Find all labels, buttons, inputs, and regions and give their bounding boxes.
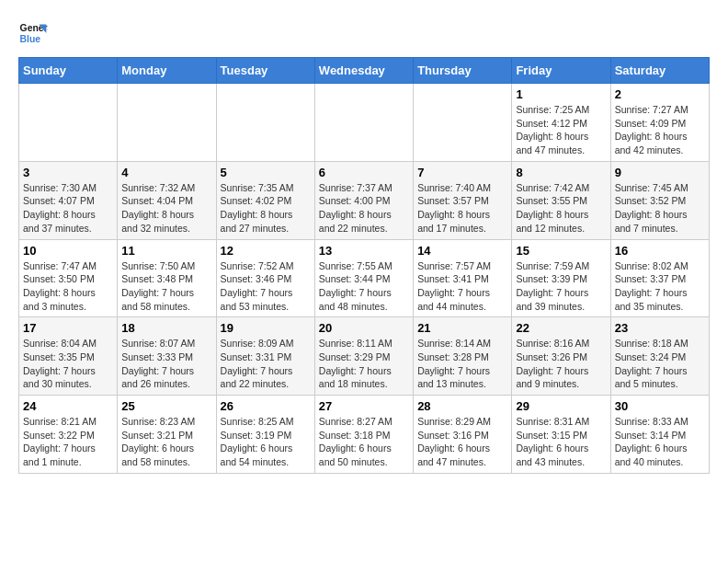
calendar-cell: 6Sunrise: 7:37 AM Sunset: 4:00 PM Daylig… [314,161,413,239]
calendar-cell: 22Sunrise: 8:16 AM Sunset: 3:26 PM Dayli… [512,317,610,396]
day-number: 29 [516,399,606,413]
day-info: Sunrise: 7:45 AM Sunset: 3:52 PM Dayligh… [615,181,705,236]
day-info: Sunrise: 8:04 AM Sunset: 3:35 PM Dayligh… [23,337,113,391]
calendar-cell: 24Sunrise: 8:21 AM Sunset: 3:22 PM Dayli… [19,396,118,474]
calendar-cell: 21Sunrise: 8:14 AM Sunset: 3:28 PM Dayli… [414,317,512,396]
calendar-cell: 16Sunrise: 8:02 AM Sunset: 3:37 PM Dayli… [610,239,709,317]
day-number: 8 [516,166,606,179]
calendar-cell: 4Sunrise: 7:32 AM Sunset: 4:04 PM Daylig… [118,161,216,239]
day-number: 21 [417,321,507,335]
day-info: Sunrise: 8:21 AM Sunset: 3:22 PM Dayligh… [23,415,113,469]
day-number: 27 [319,399,409,413]
calendar-cell [19,84,118,162]
calendar-cell: 13Sunrise: 7:55 AM Sunset: 3:44 PM Dayli… [314,239,413,317]
calendar-cell [118,84,216,162]
logo-icon: General Blue [18,18,48,48]
calendar-cell: 2Sunrise: 7:27 AM Sunset: 4:09 PM Daylig… [610,84,709,162]
calendar-cell: 18Sunrise: 8:07 AM Sunset: 3:33 PM Dayli… [118,317,216,396]
day-info: Sunrise: 7:50 AM Sunset: 3:48 PM Dayligh… [121,259,211,314]
day-number: 7 [417,166,507,179]
logo: General Blue [18,18,55,48]
day-number: 25 [121,399,211,413]
day-info: Sunrise: 8:14 AM Sunset: 3:28 PM Dayligh… [417,337,507,391]
day-number: 30 [615,399,705,413]
day-info: Sunrise: 7:47 AM Sunset: 3:50 PM Dayligh… [23,259,113,314]
day-info: Sunrise: 7:35 AM Sunset: 4:02 PM Dayligh… [221,181,311,236]
day-info: Sunrise: 8:16 AM Sunset: 3:26 PM Dayligh… [516,337,606,391]
weekday-header-saturday: Saturday [610,58,709,84]
calendar-cell: 20Sunrise: 8:11 AM Sunset: 3:29 PM Dayli… [314,317,413,396]
svg-text:Blue: Blue [20,34,41,44]
day-number: 26 [221,399,311,413]
day-info: Sunrise: 8:18 AM Sunset: 3:24 PM Dayligh… [615,337,705,391]
calendar-cell: 10Sunrise: 7:47 AM Sunset: 3:50 PM Dayli… [19,239,118,317]
calendar-cell [414,84,512,162]
day-number: 15 [516,244,606,258]
calendar-table: SundayMondayTuesdayWednesdayThursdayFrid… [18,57,710,474]
calendar-cell: 9Sunrise: 7:45 AM Sunset: 3:52 PM Daylig… [610,161,709,239]
calendar-week-4: 17Sunrise: 8:04 AM Sunset: 3:35 PM Dayli… [19,317,710,396]
day-number: 23 [615,321,705,335]
calendar-cell: 12Sunrise: 7:52 AM Sunset: 3:46 PM Dayli… [216,239,314,317]
day-number: 16 [615,244,705,258]
day-number: 28 [417,399,507,413]
day-info: Sunrise: 7:42 AM Sunset: 3:55 PM Dayligh… [516,181,606,236]
calendar-cell: 27Sunrise: 8:27 AM Sunset: 3:18 PM Dayli… [314,396,413,474]
day-info: Sunrise: 7:25 AM Sunset: 4:12 PM Dayligh… [516,103,606,157]
day-info: Sunrise: 7:52 AM Sunset: 3:46 PM Dayligh… [221,259,311,314]
calendar-cell [314,84,413,162]
day-number: 11 [121,244,211,258]
calendar-cell: 1Sunrise: 7:25 AM Sunset: 4:12 PM Daylig… [512,84,610,162]
day-info: Sunrise: 7:30 AM Sunset: 4:07 PM Dayligh… [23,181,113,236]
day-number: 1 [516,87,606,101]
calendar-cell: 26Sunrise: 8:25 AM Sunset: 3:19 PM Dayli… [216,396,314,474]
calendar-cell: 5Sunrise: 7:35 AM Sunset: 4:02 PM Daylig… [216,161,314,239]
day-number: 18 [121,321,211,335]
calendar-cell: 25Sunrise: 8:23 AM Sunset: 3:21 PM Dayli… [118,396,216,474]
day-number: 24 [23,399,113,413]
calendar-week-1: 1Sunrise: 7:25 AM Sunset: 4:12 PM Daylig… [19,84,710,162]
day-number: 3 [23,166,113,179]
calendar-week-2: 3Sunrise: 7:30 AM Sunset: 4:07 PM Daylig… [19,161,710,239]
weekday-header-monday: Monday [118,58,216,84]
calendar-header-row: SundayMondayTuesdayWednesdayThursdayFrid… [19,58,710,84]
day-number: 2 [615,87,705,101]
day-info: Sunrise: 8:23 AM Sunset: 3:21 PM Dayligh… [121,415,211,469]
day-info: Sunrise: 8:02 AM Sunset: 3:37 PM Dayligh… [615,259,705,314]
day-number: 17 [23,321,113,335]
calendar-cell: 29Sunrise: 8:31 AM Sunset: 3:15 PM Dayli… [512,396,610,474]
day-info: Sunrise: 8:33 AM Sunset: 3:14 PM Dayligh… [615,415,705,469]
calendar-cell: 14Sunrise: 7:57 AM Sunset: 3:41 PM Dayli… [414,239,512,317]
calendar-cell: 3Sunrise: 7:30 AM Sunset: 4:07 PM Daylig… [19,161,118,239]
weekday-header-thursday: Thursday [414,58,512,84]
calendar-cell: 7Sunrise: 7:40 AM Sunset: 3:57 PM Daylig… [414,161,512,239]
day-info: Sunrise: 7:32 AM Sunset: 4:04 PM Dayligh… [121,181,211,236]
day-info: Sunrise: 8:29 AM Sunset: 3:16 PM Dayligh… [417,415,507,469]
day-info: Sunrise: 8:25 AM Sunset: 3:19 PM Dayligh… [221,415,311,469]
weekday-header-friday: Friday [512,58,610,84]
day-info: Sunrise: 8:07 AM Sunset: 3:33 PM Dayligh… [121,337,211,391]
calendar-cell: 23Sunrise: 8:18 AM Sunset: 3:24 PM Dayli… [610,317,709,396]
day-info: Sunrise: 8:11 AM Sunset: 3:29 PM Dayligh… [319,337,409,391]
day-number: 22 [516,321,606,335]
calendar-cell: 8Sunrise: 7:42 AM Sunset: 3:55 PM Daylig… [512,161,610,239]
day-number: 10 [23,244,113,258]
day-number: 9 [615,166,705,179]
calendar-cell [216,84,314,162]
day-info: Sunrise: 7:27 AM Sunset: 4:09 PM Dayligh… [615,103,705,157]
day-info: Sunrise: 7:57 AM Sunset: 3:41 PM Dayligh… [417,259,507,314]
day-number: 12 [221,244,311,258]
day-info: Sunrise: 7:40 AM Sunset: 3:57 PM Dayligh… [417,181,507,236]
day-number: 19 [221,321,311,335]
calendar-cell: 17Sunrise: 8:04 AM Sunset: 3:35 PM Dayli… [19,317,118,396]
calendar-cell: 15Sunrise: 7:59 AM Sunset: 3:39 PM Dayli… [512,239,610,317]
day-info: Sunrise: 7:37 AM Sunset: 4:00 PM Dayligh… [319,181,409,236]
calendar-week-5: 24Sunrise: 8:21 AM Sunset: 3:22 PM Dayli… [19,396,710,474]
day-number: 4 [121,166,211,179]
day-number: 13 [319,244,409,258]
day-info: Sunrise: 7:59 AM Sunset: 3:39 PM Dayligh… [516,259,606,314]
day-info: Sunrise: 8:27 AM Sunset: 3:18 PM Dayligh… [319,415,409,469]
weekday-header-wednesday: Wednesday [314,58,413,84]
day-number: 5 [221,166,311,179]
calendar-cell: 28Sunrise: 8:29 AM Sunset: 3:16 PM Dayli… [414,396,512,474]
